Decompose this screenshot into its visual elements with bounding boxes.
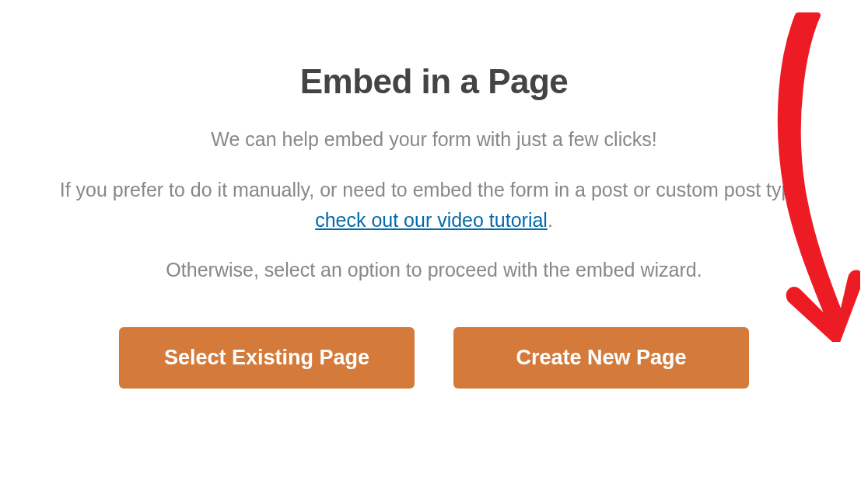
modal-description-2: If you prefer to do it manually, or need… (47, 175, 821, 235)
modal-title: Embed in a Page (47, 62, 821, 101)
select-existing-page-button[interactable]: Select Existing Page (119, 327, 415, 389)
description-2-prefix: If you prefer to do it manually, or need… (60, 179, 809, 200)
button-row: Select Existing Page Create New Page (47, 327, 821, 389)
description-2-suffix: . (548, 209, 553, 231)
create-new-page-button[interactable]: Create New Page (453, 327, 749, 389)
video-tutorial-link[interactable]: check out our video tutorial (315, 209, 548, 231)
modal-description-3: Otherwise, select an option to proceed w… (47, 255, 821, 285)
embed-modal: Embed in a Page We can help embed your f… (0, 0, 868, 420)
modal-description-1: We can help embed your form with just a … (47, 124, 821, 155)
